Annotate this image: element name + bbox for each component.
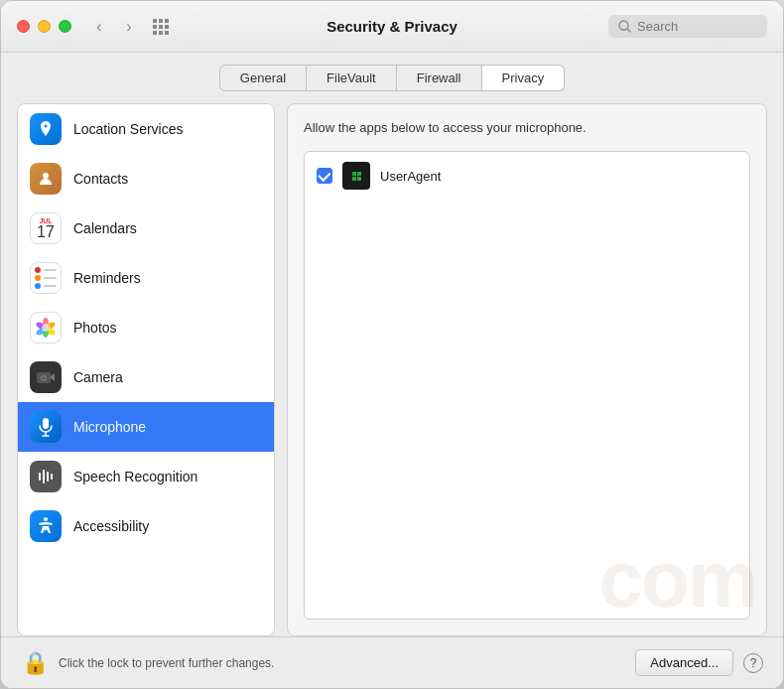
sidebar-item-speech[interactable]: Speech Recognition: [18, 452, 274, 501]
tabs-bar: General FileVault Firewall Privacy: [1, 53, 783, 103]
sidebar-item-contacts[interactable]: Contacts: [18, 154, 274, 204]
reminders-icon: [30, 262, 62, 294]
svg-rect-19: [51, 474, 53, 480]
app-grid-icon[interactable]: [153, 19, 169, 35]
svg-line-1: [627, 29, 630, 32]
useragent-icon: [342, 162, 370, 190]
contacts-icon: [30, 163, 62, 195]
traffic-lights: [17, 20, 71, 33]
search-icon: [618, 20, 631, 33]
svg-rect-16: [39, 473, 41, 481]
reminders-label: Reminders: [73, 270, 141, 286]
maximize-button[interactable]: [59, 20, 71, 33]
sidebar-item-location[interactable]: Location Services: [18, 104, 274, 154]
camera-icon: [30, 361, 62, 393]
useragent-name: UserAgent: [380, 169, 441, 184]
accessibility-icon: [30, 510, 62, 542]
svg-point-20: [44, 517, 48, 521]
apps-list: UserAgent: [304, 151, 750, 620]
tab-general[interactable]: General: [219, 65, 307, 91]
tab-filevault[interactable]: FileVault: [307, 65, 397, 91]
tab-privacy[interactable]: Privacy: [482, 65, 566, 91]
titlebar: ‹ › Security & Privacy: [1, 1, 783, 53]
sidebar-item-photos[interactable]: Photos: [18, 303, 274, 352]
panel-description: Allow the apps below to access your micr…: [304, 120, 750, 135]
footer-hint: Click the lock to prevent further change…: [59, 656, 625, 670]
forward-button[interactable]: ›: [117, 15, 141, 39]
location-icon: [30, 113, 62, 145]
useragent-checkbox[interactable]: [317, 168, 332, 184]
help-button[interactable]: ?: [743, 653, 763, 673]
sidebar-item-microphone[interactable]: Microphone: [18, 402, 274, 452]
svg-rect-17: [43, 470, 45, 483]
lock-icon[interactable]: 🔒: [21, 649, 49, 677]
search-input[interactable]: [637, 19, 756, 34]
contacts-label: Contacts: [73, 171, 128, 187]
footer: 🔒 Click the lock to prevent further chan…: [1, 636, 783, 688]
svg-point-12: [43, 377, 46, 380]
nav-buttons: ‹ ›: [87, 15, 141, 39]
speech-label: Speech Recognition: [73, 469, 197, 484]
microphone-icon: [30, 411, 62, 443]
sidebar-item-accessibility[interactable]: Accessibility: [18, 501, 274, 551]
search-box[interactable]: [608, 15, 767, 38]
main-window: ‹ › Security & Privacy General FileVault…: [0, 0, 784, 689]
sidebar: Location Services Contacts JUL 17 Calend…: [17, 103, 275, 636]
back-button[interactable]: ‹: [87, 15, 111, 39]
minimize-button[interactable]: [38, 20, 51, 33]
calendars-label: Calendars: [73, 220, 137, 236]
close-button[interactable]: [17, 20, 30, 33]
svg-rect-18: [47, 472, 49, 482]
svg-point-9: [42, 324, 50, 332]
app-row-useragent: UserAgent: [305, 152, 749, 200]
main-panel: Allow the apps below to access your micr…: [287, 103, 767, 636]
svg-rect-13: [43, 418, 49, 429]
location-label: Location Services: [73, 121, 184, 137]
photos-label: Photos: [73, 320, 117, 336]
terminal-grid: [350, 170, 363, 183]
tab-firewall[interactable]: Firewall: [397, 65, 482, 91]
advanced-button[interactable]: Advanced...: [635, 649, 733, 676]
calendars-icon: JUL 17: [30, 212, 62, 244]
camera-label: Camera: [73, 369, 123, 385]
sidebar-item-reminders[interactable]: Reminders: [18, 253, 274, 303]
svg-point-2: [43, 173, 49, 179]
accessibility-label: Accessibility: [73, 518, 149, 534]
sidebar-item-calendars[interactable]: JUL 17 Calendars: [18, 204, 274, 253]
photos-icon: [30, 312, 62, 344]
content-area: Location Services Contacts JUL 17 Calend…: [1, 103, 783, 636]
speech-icon: [30, 461, 62, 492]
microphone-label: Microphone: [73, 419, 146, 435]
window-title: Security & Privacy: [327, 18, 457, 35]
sidebar-item-camera[interactable]: Camera: [18, 352, 274, 402]
